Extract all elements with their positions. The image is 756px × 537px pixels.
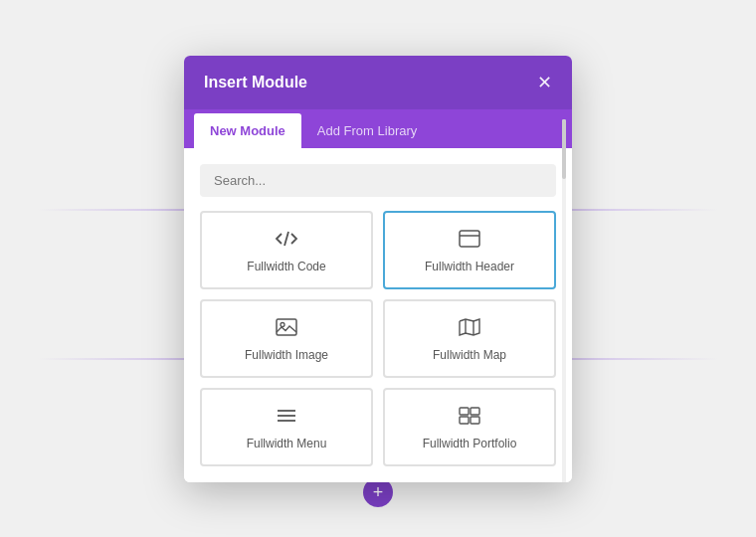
module-item-fullwidth-portfolio[interactable]: Fullwidth Portfolio: [383, 388, 556, 466]
module-label: Fullwidth Image: [245, 348, 328, 362]
svg-rect-10: [460, 417, 469, 424]
modal-tabs: New Module Add From Library: [184, 109, 572, 148]
svg-point-4: [281, 322, 284, 326]
modal-header: Insert Module ✕: [184, 56, 572, 109]
modal-overlay: Insert Module ✕ New Module Add From Libr…: [0, 0, 756, 537]
scroll-track: [562, 119, 566, 482]
image-icon: [275, 317, 298, 340]
module-label: Fullwidth Map: [433, 348, 506, 362]
menu-icon: [275, 406, 298, 429]
module-grid: Fullwidth Code Fullwidth Header: [200, 211, 556, 466]
svg-rect-1: [460, 231, 479, 247]
insert-module-modal: Insert Module ✕ New Module Add From Libr…: [184, 56, 572, 482]
svg-rect-9: [471, 408, 479, 415]
modal-body: Fullwidth Code Fullwidth Header: [184, 148, 572, 482]
search-container: [200, 164, 556, 197]
module-item-fullwidth-map[interactable]: Fullwidth Map: [383, 299, 556, 378]
module-item-fullwidth-menu[interactable]: Fullwidth Menu: [200, 388, 373, 466]
module-item-fullwidth-code[interactable]: Fullwidth Code: [200, 211, 373, 289]
module-label: Fullwidth Menu: [247, 437, 327, 450]
scroll-thumb: [562, 119, 566, 179]
module-item-fullwidth-header[interactable]: Fullwidth Header: [383, 211, 556, 289]
search-input[interactable]: [200, 164, 556, 197]
modal-title: Insert Module: [204, 74, 307, 91]
svg-rect-11: [471, 417, 479, 424]
header-icon: [458, 229, 481, 252]
module-label: Fullwidth Code: [247, 260, 325, 273]
module-item-fullwidth-image[interactable]: Fullwidth Image: [200, 299, 373, 378]
close-button[interactable]: ✕: [537, 72, 552, 93]
module-label: Fullwidth Portfolio: [423, 437, 517, 450]
svg-rect-3: [277, 319, 296, 335]
portfolio-icon: [458, 406, 481, 429]
code-icon: [275, 229, 298, 252]
tab-new-module[interactable]: New Module: [194, 113, 301, 148]
tab-add-from-library[interactable]: Add From Library: [301, 113, 433, 148]
scrollbar[interactable]: [562, 115, 566, 482]
map-icon: [458, 317, 481, 340]
svg-line-0: [284, 232, 288, 246]
svg-rect-8: [460, 408, 469, 415]
module-label: Fullwidth Header: [425, 260, 514, 273]
